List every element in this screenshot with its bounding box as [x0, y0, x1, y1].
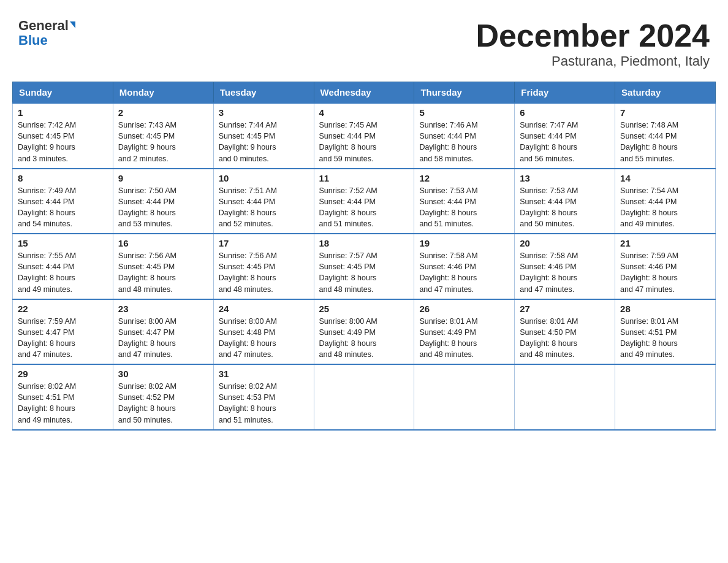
day-number: 26: [419, 304, 509, 314]
day-number: 19: [419, 238, 509, 248]
calendar-cell: 3Sunrise: 7:44 AM Sunset: 4:45 PM Daylig…: [213, 103, 314, 169]
day-number: 17: [219, 238, 309, 248]
day-info: Sunrise: 8:01 AM Sunset: 4:51 PM Dayligh…: [620, 316, 710, 361]
calendar-cell: 12Sunrise: 7:53 AM Sunset: 4:44 PM Dayli…: [414, 169, 515, 234]
calendar-cell: 11Sunrise: 7:52 AM Sunset: 4:44 PM Dayli…: [314, 169, 414, 234]
calendar-cell: 29Sunrise: 8:02 AM Sunset: 4:51 PM Dayli…: [13, 364, 113, 430]
calendar-cell: 26Sunrise: 8:01 AM Sunset: 4:49 PM Dayli…: [414, 299, 515, 365]
day-number: 3: [219, 107, 309, 118]
day-info: Sunrise: 7:56 AM Sunset: 4:45 PM Dayligh…: [118, 250, 208, 295]
calendar-cell: 13Sunrise: 7:53 AM Sunset: 4:44 PM Dayli…: [515, 169, 615, 234]
calendar-cell: 7Sunrise: 7:48 AM Sunset: 4:44 PM Daylig…: [615, 103, 716, 169]
calendar-cell: [314, 364, 414, 430]
calendar-week-row: 8Sunrise: 7:49 AM Sunset: 4:44 PM Daylig…: [13, 169, 716, 234]
calendar-cell: 21Sunrise: 7:59 AM Sunset: 4:46 PM Dayli…: [615, 234, 716, 299]
day-number: 30: [118, 369, 208, 379]
day-info: Sunrise: 7:56 AM Sunset: 4:45 PM Dayligh…: [219, 250, 309, 295]
column-header-wednesday: Wednesday: [314, 82, 414, 104]
calendar-cell: 30Sunrise: 8:02 AM Sunset: 4:52 PM Dayli…: [113, 364, 213, 430]
day-info: Sunrise: 8:01 AM Sunset: 4:49 PM Dayligh…: [419, 316, 509, 361]
calendar-cell: 18Sunrise: 7:57 AM Sunset: 4:45 PM Dayli…: [314, 234, 414, 299]
day-info: Sunrise: 7:51 AM Sunset: 4:44 PM Dayligh…: [219, 185, 309, 230]
calendar-cell: 2Sunrise: 7:43 AM Sunset: 4:45 PM Daylig…: [113, 103, 213, 169]
day-number: 11: [319, 173, 409, 183]
column-header-saturday: Saturday: [615, 82, 716, 104]
day-info: Sunrise: 8:00 AM Sunset: 4:48 PM Dayligh…: [219, 316, 309, 361]
day-number: 6: [520, 107, 610, 118]
day-info: Sunrise: 7:53 AM Sunset: 4:44 PM Dayligh…: [419, 185, 509, 230]
calendar-cell: 1Sunrise: 7:42 AM Sunset: 4:45 PM Daylig…: [13, 103, 113, 169]
day-info: Sunrise: 7:43 AM Sunset: 4:45 PM Dayligh…: [118, 120, 208, 164]
day-info: Sunrise: 7:42 AM Sunset: 4:45 PM Dayligh…: [18, 120, 108, 164]
column-header-sunday: Sunday: [13, 82, 113, 104]
calendar-cell: 14Sunrise: 7:54 AM Sunset: 4:44 PM Dayli…: [615, 169, 716, 234]
calendar-week-row: 1Sunrise: 7:42 AM Sunset: 4:45 PM Daylig…: [13, 103, 716, 169]
day-number: 18: [319, 238, 409, 248]
calendar-cell: 10Sunrise: 7:51 AM Sunset: 4:44 PM Dayli…: [213, 169, 314, 234]
day-number: 4: [319, 107, 409, 118]
calendar-cell: 17Sunrise: 7:56 AM Sunset: 4:45 PM Dayli…: [213, 234, 314, 299]
day-number: 2: [118, 107, 208, 118]
logo-arrow-icon: [70, 21, 75, 28]
day-info: Sunrise: 7:47 AM Sunset: 4:44 PM Dayligh…: [520, 120, 610, 164]
day-info: Sunrise: 7:58 AM Sunset: 4:46 PM Dayligh…: [419, 250, 509, 295]
calendar-title-block: December 2024 Pasturana, Piedmont, Italy: [476, 18, 710, 69]
calendar-cell: [515, 364, 615, 430]
column-header-thursday: Thursday: [414, 82, 515, 104]
day-info: Sunrise: 7:59 AM Sunset: 4:46 PM Dayligh…: [620, 250, 710, 295]
calendar-cell: 28Sunrise: 8:01 AM Sunset: 4:51 PM Dayli…: [615, 299, 716, 365]
calendar-cell: 8Sunrise: 7:49 AM Sunset: 4:44 PM Daylig…: [13, 169, 113, 234]
calendar-cell: 5Sunrise: 7:46 AM Sunset: 4:44 PM Daylig…: [414, 103, 515, 169]
day-info: Sunrise: 7:46 AM Sunset: 4:44 PM Dayligh…: [419, 120, 509, 164]
day-info: Sunrise: 7:44 AM Sunset: 4:45 PM Dayligh…: [219, 120, 309, 164]
day-number: 21: [620, 238, 710, 248]
calendar-month-year: December 2024: [476, 18, 710, 53]
day-info: Sunrise: 7:59 AM Sunset: 4:47 PM Dayligh…: [18, 316, 108, 361]
calendar-cell: [414, 364, 515, 430]
calendar-cell: 4Sunrise: 7:45 AM Sunset: 4:44 PM Daylig…: [314, 103, 414, 169]
calendar-cell: 24Sunrise: 8:00 AM Sunset: 4:48 PM Dayli…: [213, 299, 314, 365]
day-info: Sunrise: 7:53 AM Sunset: 4:44 PM Dayligh…: [520, 185, 610, 230]
day-info: Sunrise: 7:57 AM Sunset: 4:45 PM Dayligh…: [319, 250, 409, 295]
calendar-week-row: 22Sunrise: 7:59 AM Sunset: 4:47 PM Dayli…: [13, 299, 716, 365]
column-header-tuesday: Tuesday: [213, 82, 314, 104]
calendar-cell: 9Sunrise: 7:50 AM Sunset: 4:44 PM Daylig…: [113, 169, 213, 234]
calendar-cell: 22Sunrise: 7:59 AM Sunset: 4:47 PM Dayli…: [13, 299, 113, 365]
logo: General Blue: [18, 18, 75, 48]
calendar-week-row: 15Sunrise: 7:55 AM Sunset: 4:44 PM Dayli…: [13, 234, 716, 299]
day-number: 27: [520, 304, 610, 314]
day-number: 23: [118, 304, 208, 314]
day-number: 1: [18, 107, 108, 118]
page-header: General Blue December 2024 Pasturana, Pi…: [12, 12, 716, 69]
day-info: Sunrise: 8:02 AM Sunset: 4:53 PM Dayligh…: [219, 381, 309, 426]
calendar-cell: 20Sunrise: 7:58 AM Sunset: 4:46 PM Dayli…: [515, 234, 615, 299]
calendar-header-row: SundayMondayTuesdayWednesdayThursdayFrid…: [13, 82, 716, 104]
day-number: 15: [18, 238, 108, 248]
day-number: 24: [219, 304, 309, 314]
day-number: 28: [620, 304, 710, 314]
calendar-cell: [615, 364, 716, 430]
calendar-cell: 31Sunrise: 8:02 AM Sunset: 4:53 PM Dayli…: [213, 364, 314, 430]
logo-general-text: General: [18, 18, 69, 33]
day-info: Sunrise: 7:49 AM Sunset: 4:44 PM Dayligh…: [18, 185, 108, 230]
calendar-cell: 27Sunrise: 8:01 AM Sunset: 4:50 PM Dayli…: [515, 299, 615, 365]
day-number: 20: [520, 238, 610, 248]
day-info: Sunrise: 7:54 AM Sunset: 4:44 PM Dayligh…: [620, 185, 710, 230]
day-number: 9: [118, 173, 208, 183]
day-info: Sunrise: 7:45 AM Sunset: 4:44 PM Dayligh…: [319, 120, 409, 164]
calendar-cell: 25Sunrise: 8:00 AM Sunset: 4:49 PM Dayli…: [314, 299, 414, 365]
day-number: 31: [219, 369, 309, 379]
day-number: 12: [419, 173, 509, 183]
day-info: Sunrise: 8:01 AM Sunset: 4:50 PM Dayligh…: [520, 316, 610, 361]
day-info: Sunrise: 7:52 AM Sunset: 4:44 PM Dayligh…: [319, 185, 409, 230]
day-number: 14: [620, 173, 710, 183]
logo-blue-text: Blue: [18, 33, 48, 48]
calendar-cell: 15Sunrise: 7:55 AM Sunset: 4:44 PM Dayli…: [13, 234, 113, 299]
day-number: 8: [18, 173, 108, 183]
day-number: 10: [219, 173, 309, 183]
day-info: Sunrise: 7:50 AM Sunset: 4:44 PM Dayligh…: [118, 185, 208, 230]
day-info: Sunrise: 7:48 AM Sunset: 4:44 PM Dayligh…: [620, 120, 710, 164]
day-number: 7: [620, 107, 710, 118]
day-number: 5: [419, 107, 509, 118]
calendar-cell: 16Sunrise: 7:56 AM Sunset: 4:45 PM Dayli…: [113, 234, 213, 299]
